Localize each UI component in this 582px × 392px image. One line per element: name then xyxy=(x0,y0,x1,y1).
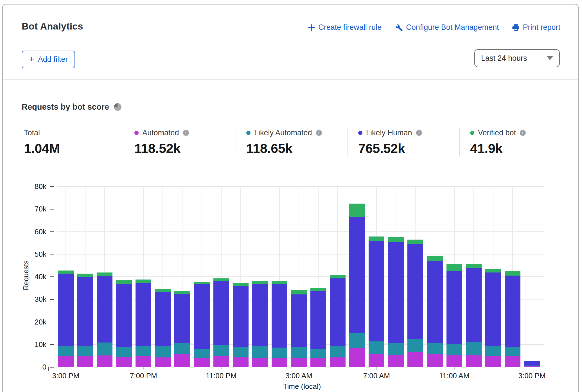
bar-segment-verified-bot xyxy=(194,282,210,285)
header-divider xyxy=(3,80,578,80)
add-filter-button[interactable]: + Add filter xyxy=(22,51,75,68)
bar-segment-automated xyxy=(291,358,307,367)
bar-segment-automated xyxy=(272,358,287,367)
bar-segment-automated xyxy=(349,348,365,367)
stacked-bar[interactable] xyxy=(233,283,249,367)
legend-dot-likely-human xyxy=(358,131,362,135)
y-tick-label: 10k xyxy=(22,341,46,348)
bar-segment-verified-bot xyxy=(155,289,171,292)
bar-segment-likely-human xyxy=(174,294,190,343)
stacked-bar[interactable] xyxy=(446,264,462,367)
x-tick-label: 3:00 AM xyxy=(274,371,324,380)
stat-value: 765.52k xyxy=(358,141,459,156)
stacked-bar[interactable] xyxy=(330,275,346,367)
bar-segment-verified-bot xyxy=(369,236,384,241)
bar-segment-likely-human xyxy=(272,284,287,348)
stacked-bar[interactable] xyxy=(77,274,93,367)
page-title: Bot Analytics xyxy=(22,21,83,32)
stacked-bar[interactable] xyxy=(174,291,190,367)
plus-icon: + xyxy=(29,55,34,64)
stat-verified-bot: Verified bot i 41.9k xyxy=(459,128,571,156)
bar-segment-automated xyxy=(136,356,151,367)
action-label: Configure Bot Management xyxy=(406,23,499,32)
info-icon[interactable]: i xyxy=(520,130,526,136)
y-tick-label: 50k xyxy=(22,250,46,258)
stacked-bar[interactable] xyxy=(97,272,112,367)
bar-segment-automated xyxy=(310,358,326,367)
stacked-bar[interactable] xyxy=(505,271,520,367)
time-range-dropdown[interactable]: Last 24 hours xyxy=(474,49,560,67)
bar-segment-likely-human xyxy=(213,281,229,345)
stacked-bar[interactable] xyxy=(194,282,210,367)
stacked-bar[interactable] xyxy=(524,361,540,367)
stat-label: Total xyxy=(24,129,40,137)
x-tick xyxy=(143,367,144,370)
bar-segment-verified-bot xyxy=(388,237,404,242)
bar-segment-automated xyxy=(446,355,462,367)
bar-segment-verified-bot xyxy=(291,290,307,294)
pie-chart-icon xyxy=(114,103,121,111)
legend-dot-likely-automated xyxy=(246,131,251,135)
bar-segment-automated xyxy=(116,357,132,367)
bot-analytics-card: Bot Analytics Create firewall rule Confi… xyxy=(2,4,579,392)
x-tick xyxy=(454,367,455,370)
bar-segment-likely-automated xyxy=(505,347,520,356)
bar-segment-likely-human xyxy=(524,361,540,366)
stacked-bar[interactable] xyxy=(349,204,365,367)
y-tick xyxy=(50,209,54,209)
h-gridline xyxy=(57,209,544,209)
bar-segment-verified-bot xyxy=(427,256,443,261)
bar-segment-automated xyxy=(58,356,74,367)
bar-segment-likely-human xyxy=(407,244,423,339)
bar-segment-verified-bot xyxy=(310,288,326,291)
stacked-bar[interactable] xyxy=(485,269,501,367)
bar-segment-verified-bot xyxy=(116,280,132,284)
info-icon[interactable]: i xyxy=(316,130,322,136)
stacked-bar[interactable] xyxy=(213,278,229,367)
info-icon[interactable]: i xyxy=(416,130,422,136)
bot-analytics-page: Bot Analytics Create firewall rule Confi… xyxy=(0,0,582,392)
bar-segment-likely-human xyxy=(310,291,326,349)
x-tick xyxy=(532,367,532,370)
stacked-bar[interactable] xyxy=(58,271,74,367)
create-firewall-rule-link[interactable]: Create firewall rule xyxy=(308,23,382,32)
x-tick xyxy=(376,367,377,370)
y-tick-label: 40k xyxy=(22,273,46,281)
stacked-bar[interactable] xyxy=(155,289,171,367)
bar-segment-likely-human xyxy=(58,274,74,346)
bar-segment-verified-bot xyxy=(446,264,462,271)
info-icon[interactable]: i xyxy=(183,130,189,136)
bar-segment-verified-bot xyxy=(466,264,482,268)
bar-segment-likely-human xyxy=(252,284,268,346)
configure-bot-management-link[interactable]: Configure Bot Management xyxy=(394,23,499,32)
bar-segment-likely-automated xyxy=(136,346,151,356)
print-report-link[interactable]: Print report xyxy=(512,23,560,32)
stacked-bar[interactable] xyxy=(388,237,404,367)
bar-segment-likely-human xyxy=(233,286,249,347)
stacked-bar[interactable] xyxy=(427,256,443,367)
wrench-icon xyxy=(394,23,403,32)
stacked-bar[interactable] xyxy=(369,236,384,367)
stacked-bar[interactable] xyxy=(252,281,268,367)
x-tick xyxy=(221,367,222,370)
stacked-bar[interactable] xyxy=(466,264,482,367)
stat-total: Total 1.04M xyxy=(22,128,124,156)
x-axis-title: Time (local) xyxy=(274,382,330,391)
bar-segment-likely-human xyxy=(427,261,443,343)
stacked-bar[interactable] xyxy=(272,281,287,367)
x-tick xyxy=(299,367,299,370)
section-title-row: Requests by bot score xyxy=(22,102,121,112)
bar-segment-automated xyxy=(155,357,171,367)
stacked-bar[interactable] xyxy=(136,280,151,367)
bar-segment-likely-human xyxy=(194,284,210,349)
stacked-bar[interactable] xyxy=(407,240,423,367)
stat-likely-automated: Likely Automated i 118.65k xyxy=(236,128,348,156)
stacked-bar[interactable] xyxy=(291,290,307,367)
stacked-bar[interactable] xyxy=(116,280,132,367)
x-tick-label: 7:00 PM xyxy=(118,371,169,380)
stacked-bar[interactable] xyxy=(310,288,326,367)
y-tick xyxy=(50,254,54,255)
legend-dot-automated xyxy=(134,131,139,135)
y-tick-label: 30k xyxy=(22,295,46,303)
bar-segment-automated xyxy=(388,355,404,367)
